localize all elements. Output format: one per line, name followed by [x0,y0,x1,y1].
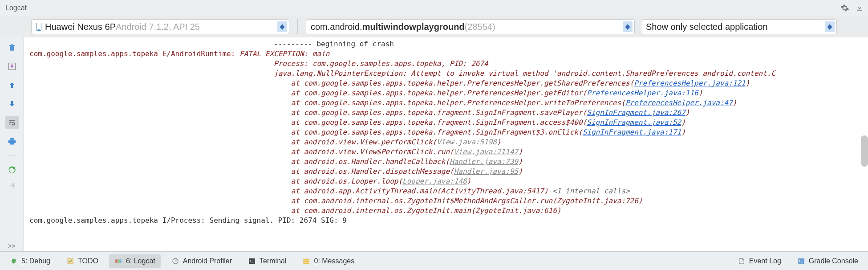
stack-link[interactable]: SignInFragment.java:52 [587,118,681,127]
device-name: Huawei Nexus 6P [45,22,116,32]
up-arrow-icon[interactable] [5,78,19,92]
stack-link[interactable]: PreferencesHelper.java:121 [634,79,745,87]
bottom-bar: 5: Debug TODO 6: Logcat Android Profiler… [0,251,868,270]
tab-todo[interactable]: TODO [61,254,104,268]
filter-mode-dropdown[interactable]: Show only selected application [641,19,837,34]
chevron-updown-icon [277,21,287,32]
svg-rect-4 [118,259,120,263]
body: ⋯⋯ ⊞ --------- beginning of crashcom.goo… [0,37,868,251]
expand-arrows[interactable]: >> [8,242,15,250]
process-prefix: com.android. [311,22,362,32]
stack-link[interactable]: Looper.java:148 [402,177,467,185]
chevron-updown-icon [825,21,835,32]
device-api: Android 7.1.2, API 25 [116,22,200,32]
tab-event-log[interactable]: Event Log [732,254,787,268]
stack-link[interactable]: PreferencesHelper.java:116 [587,89,698,97]
process-pid: (28554) [465,22,495,32]
left-toolbar: ⋯⋯ ⊞ [0,37,24,251]
process-name: multiwindowplayground [362,22,465,32]
stack-link[interactable]: SignInFragment.java:171 [583,128,681,136]
svg-rect-10 [304,262,310,263]
device-dropdown[interactable]: Huawei Nexus 6P Android 7.1.2, API 25 [31,19,289,34]
stack-link[interactable]: View.java:5198 [437,138,497,146]
tab-debug[interactable]: 5: Debug [4,254,56,268]
panel-header: Logcat [0,0,868,16]
tab-gradle-console[interactable]: Gradle Console [792,254,864,268]
svg-rect-7 [249,258,255,264]
process-dropdown[interactable]: com.android.multiwindowplayground (28554… [306,19,635,34]
trash-icon[interactable] [5,41,19,54]
log-output[interactable]: --------- beginning of crashcom.google.s… [24,37,868,251]
filter-bar: Huawei Nexus 6P Android 7.1.2, API 25 co… [0,16,868,37]
stack-link[interactable]: View.java:21147 [454,147,519,156]
soft-wrap-icon[interactable] [5,116,19,129]
expand-icon[interactable]: ⊞ [11,182,16,188]
tab-logcat[interactable]: 6: Logcat [109,254,161,268]
scroll-to-end-icon[interactable] [5,60,19,73]
svg-rect-9 [304,261,310,262]
stack-link[interactable]: PreferencesHelper.java:47 [625,98,733,107]
tab-messages[interactable]: 0: Messages [297,254,360,268]
svg-rect-8 [304,258,310,260]
gear-icon[interactable] [840,4,849,12]
print-icon[interactable] [5,135,19,148]
separator-dots: ⋯⋯ [8,153,16,158]
tab-terminal[interactable]: Terminal [243,254,292,268]
chevron-updown-icon [623,21,633,32]
header-icons [840,4,864,12]
stack-link[interactable]: Handler.java:95 [454,167,519,176]
stack-link[interactable]: SignInFragment.java:267 [587,108,685,117]
svg-rect-11 [798,258,804,264]
separator [297,19,298,34]
phone-icon [36,23,41,31]
down-arrow-icon[interactable] [5,97,19,110]
stack-link[interactable]: Handler.java:739 [450,157,518,166]
filter-mode-label: Show only selected application [646,22,768,32]
download-icon[interactable] [856,4,864,12]
scrollbar-thumb[interactable] [861,135,868,167]
svg-rect-5 [120,259,122,263]
tab-android-profiler[interactable]: Android Profiler [166,254,237,268]
svg-rect-3 [115,259,118,263]
panel-title: Logcat [4,4,840,12]
restart-icon[interactable] [5,164,19,177]
